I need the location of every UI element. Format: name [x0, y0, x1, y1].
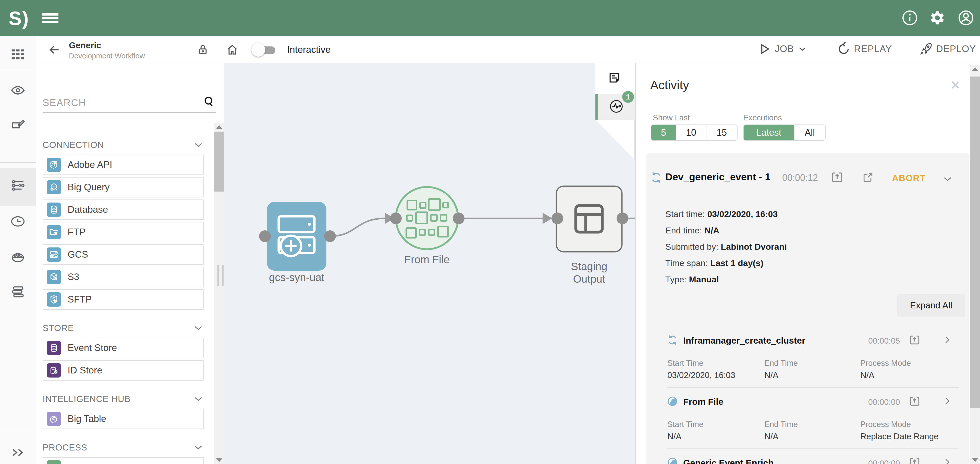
panel-resize-grip[interactable] — [218, 265, 224, 286]
task-duration: 00:00:00 — [868, 459, 900, 464]
job-button[interactable]: JOB — [758, 42, 807, 56]
process-icon — [47, 460, 61, 464]
col-start-label: Start Time — [667, 420, 703, 429]
expand-rail-icon[interactable] — [11, 445, 25, 460]
task-name[interactable]: Inframanager_create_cluster — [683, 335, 805, 346]
port-fromfile-out[interactable] — [453, 213, 465, 224]
search-input[interactable] — [43, 97, 202, 108]
scroll-up-arrow[interactable] — [216, 125, 222, 129]
task-name[interactable]: Generic Event Enrich — [683, 458, 773, 464]
search-icon[interactable] — [202, 95, 216, 108]
section-store[interactable]: STORE — [43, 323, 204, 334]
job-label: JOB — [775, 44, 794, 54]
back-arrow-icon[interactable] — [48, 43, 61, 56]
open-in-new-icon[interactable] — [862, 172, 874, 183]
port-gcs-in[interactable] — [259, 230, 271, 242]
palette-item-sftp[interactable]: SFTP — [43, 289, 204, 310]
interactive-toggle[interactable] — [251, 45, 277, 55]
workflow-app: S) — [0, 0, 980, 464]
database-icon — [47, 203, 61, 217]
palette-item-partial[interactable] — [43, 457, 204, 464]
palette-item-event-store[interactable]: Event Store — [43, 338, 204, 358]
palette-item-big-table[interactable]: Big Table — [43, 408, 204, 429]
palette-item-label: GCS — [68, 249, 88, 260]
palette-item-id-store[interactable]: ID Store — [43, 360, 204, 381]
apps-grid-icon[interactable] — [11, 47, 25, 62]
open-in-window-icon[interactable] — [909, 334, 921, 346]
chevron-right-icon[interactable] — [942, 457, 952, 464]
scroll-down-arrow[interactable] — [216, 458, 222, 462]
chevron-right-icon[interactable] — [942, 396, 952, 406]
edit-rename-icon[interactable] — [11, 118, 25, 132]
palette-item-label: Adobe API — [68, 159, 112, 170]
show-last-10[interactable]: 10 — [676, 125, 706, 140]
chevron-down-icon — [192, 442, 204, 453]
port-fromfile-in[interactable] — [390, 213, 402, 224]
task-process-mode: N/A — [860, 370, 874, 380]
palette-item-s3[interactable]: S3 — [43, 267, 204, 287]
menu-icon[interactable] — [42, 13, 59, 23]
node-gcs-syn-uat[interactable] — [267, 202, 326, 271]
monitor-gauge-icon[interactable] — [11, 248, 25, 263]
info-icon[interactable] — [902, 10, 918, 26]
port-gcs-out[interactable] — [324, 230, 336, 242]
palette-item-label: Big Table — [68, 413, 107, 424]
palette-item-adobe-api[interactable]: Adobe API — [43, 154, 204, 175]
scrollbar-thumb[interactable] — [970, 76, 980, 408]
close-icon[interactable] — [949, 79, 962, 91]
search-field-wrap — [43, 95, 216, 113]
palette-item-big-query[interactable]: Big Query — [43, 177, 204, 197]
task-name[interactable]: From File — [683, 397, 724, 407]
palette-item-label: ID Store — [68, 365, 102, 376]
task-process-mode: Replace Date Range — [860, 432, 939, 441]
page-subtitle: Development Workflow — [69, 52, 145, 60]
abort-button[interactable]: ABORT — [892, 173, 926, 183]
replay-button[interactable]: REPLAY — [837, 42, 892, 56]
preview-eye-icon[interactable] — [11, 83, 25, 98]
app-logo[interactable]: S) — [9, 7, 29, 29]
execution-name[interactable]: Dev_generic_event - 1 — [665, 172, 770, 183]
section-intelligence-hub[interactable]: INTELLIGENCE HUB — [43, 393, 204, 405]
pending-status-icon — [667, 396, 678, 407]
chevron-right-icon[interactable] — [942, 335, 952, 345]
collapse-chevron-icon[interactable] — [942, 173, 953, 185]
port-staging-out[interactable] — [617, 213, 628, 224]
scrollbar-thumb[interactable] — [215, 132, 224, 192]
connection-items: Adobe API Big Query Database FTP — [43, 154, 224, 310]
executions-all[interactable]: All — [794, 125, 825, 140]
open-in-window-icon[interactable] — [909, 457, 921, 464]
deploy-button[interactable]: DEPLOY — [919, 42, 976, 56]
node-from-file[interactable] — [396, 187, 458, 249]
lock-icon[interactable] — [197, 43, 209, 56]
open-in-window-icon[interactable] — [831, 171, 843, 184]
pipelines-icon[interactable] — [11, 178, 25, 193]
show-last-15[interactable]: 15 — [706, 125, 737, 140]
palette-item-gcs[interactable]: GCS — [43, 245, 204, 265]
expand-all-button[interactable]: Expand All — [897, 294, 965, 316]
palette-scrollbar[interactable] — [215, 123, 224, 464]
open-in-window-icon[interactable] — [909, 396, 921, 407]
show-last-5[interactable]: 5 — [651, 125, 676, 140]
account-icon[interactable] — [958, 10, 974, 26]
top-app-bar: S) — [0, 0, 980, 36]
executions-latest[interactable]: Latest — [744, 125, 794, 140]
col-mode-label: Process Mode — [860, 420, 911, 429]
workflow-canvas[interactable]: gcs-syn-uat From File Staging Output — [224, 63, 635, 464]
palette-item-ftp[interactable]: FTP — [43, 222, 204, 242]
history-clock-icon[interactable] — [11, 214, 25, 229]
home-icon[interactable] — [226, 43, 239, 56]
section-connection[interactable]: CONNECTION — [43, 139, 204, 151]
settings-gear-icon[interactable] — [929, 10, 945, 26]
section-process[interactable]: PROCESS — [43, 442, 204, 453]
sync-status-icon — [650, 172, 662, 184]
scroll-down-arrow[interactable] — [972, 458, 978, 462]
palette-item-database[interactable]: Database — [43, 199, 204, 220]
scroll-up-arrow[interactable] — [972, 67, 978, 71]
tab-notes[interactable] — [595, 63, 635, 94]
port-staging-in[interactable] — [552, 213, 563, 224]
node-staging-output[interactable] — [556, 186, 622, 252]
activity-title: Activity — [650, 78, 689, 92]
datasets-stack-icon[interactable] — [11, 284, 25, 299]
activity-scrollbar[interactable] — [970, 65, 980, 464]
show-last-label: Show Last — [653, 113, 690, 122]
